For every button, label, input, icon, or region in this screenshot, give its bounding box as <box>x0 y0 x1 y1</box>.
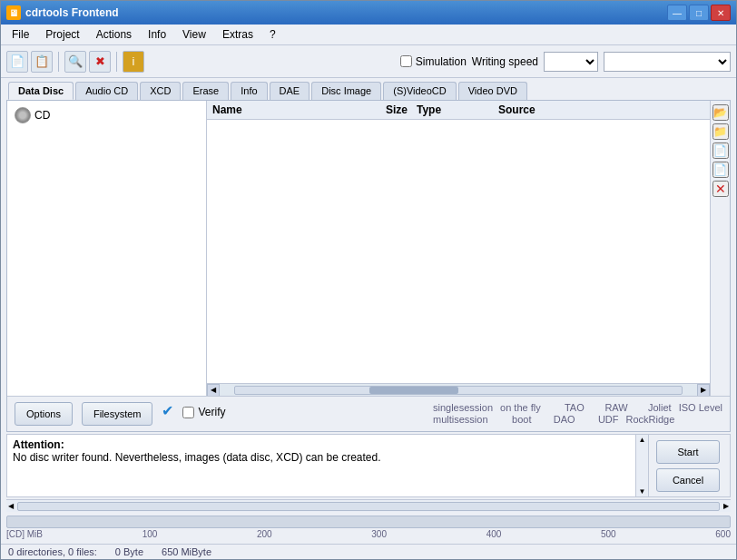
side-btn-delete[interactable]: ✕ <box>712 181 729 197</box>
h-scroll-right[interactable]: ▶ <box>722 502 731 510</box>
bottom-options: Options Filesystem ✔ Verify singlesessio… <box>7 396 730 431</box>
tree-item-cd-label: CD <box>34 109 50 122</box>
filesystem-button[interactable]: Filesystem <box>82 402 153 426</box>
ruler-mark-0: [CD] MiB <box>6 529 43 539</box>
tab-dae[interactable]: DAE <box>270 82 310 100</box>
status-size: 0 Byte <box>115 546 143 557</box>
h-scrollbar-area[interactable]: ◀ ▶ <box>6 499 731 512</box>
scrollbar-track[interactable] <box>234 386 683 395</box>
col-name: Name <box>212 103 358 116</box>
tab-data-disc[interactable]: Data Disc <box>8 82 74 100</box>
cd-icon <box>15 107 31 123</box>
title-controls[interactable]: — □ ✕ <box>667 5 731 21</box>
tab-audio-cd[interactable]: Audio CD <box>75 82 138 100</box>
side-btn-folder-open[interactable]: 📂 <box>712 104 729 121</box>
start-button[interactable]: Start <box>656 440 720 464</box>
menu-view[interactable]: View <box>175 26 213 43</box>
bottom-area: Attention: No disc writer found. Neverth… <box>6 434 731 497</box>
ruler-mark-500: 500 <box>601 529 616 539</box>
menu-project[interactable]: Project <box>38 26 86 43</box>
attention-text: Attention: No disc writer found. Neverth… <box>7 435 635 496</box>
info-joliet: Joliet <box>635 402 672 413</box>
menu-file[interactable]: File <box>5 26 36 43</box>
info-iso-level: ISO Level <box>679 402 722 413</box>
h-scrollbar-track[interactable] <box>17 502 720 511</box>
info-raw: RAW <box>592 402 628 413</box>
scrollbar-thumb[interactable] <box>369 387 458 394</box>
disc-info: singlesession on the fly TAO RAW Joliet … <box>433 402 722 425</box>
right-panel: Name Size Type Source ◀ ▶ <box>207 101 710 396</box>
attention-scroll-down[interactable]: ▼ <box>639 487 646 496</box>
menu-extras[interactable]: Extras <box>215 26 260 43</box>
close-button[interactable]: ✕ <box>711 5 731 21</box>
writing-speed-select1[interactable] <box>544 52 598 72</box>
ruler-mark-300: 300 <box>371 529 387 539</box>
h-scroll-left[interactable]: ◀ <box>6 502 15 510</box>
info-on-the-fly: on the fly <box>500 402 541 413</box>
toolbar-copy-btn[interactable]: 📋 <box>31 51 53 73</box>
scroll-right-arrow[interactable]: ▶ <box>697 384 710 397</box>
toolbar-stop-btn[interactable]: ✖ <box>89 51 111 73</box>
attention-title: Attention: <box>13 438 630 451</box>
title-bar: 🖥 cdrtools Frontend — □ ✕ <box>1 1 736 25</box>
cancel-button[interactable]: Cancel <box>656 468 720 492</box>
info-singlesession: singlesession <box>433 402 493 413</box>
tree-item-cd[interactable]: CD <box>11 104 202 126</box>
tab-xcd[interactable]: XCD <box>140 82 181 100</box>
app-icon: 🖥 <box>6 5 21 20</box>
attention-area: Attention: No disc writer found. Neverth… <box>6 434 649 497</box>
tabs-bar: Data Disc Audio CD XCD Erase Info DAE Di… <box>1 78 736 100</box>
minimize-button[interactable]: — <box>667 5 687 21</box>
tab-disc-image[interactable]: Disc Image <box>311 82 381 100</box>
verify-check: Verify <box>182 402 225 418</box>
disc-info-row2: multisession boot DAO UDF RockRidge <box>433 414 722 425</box>
ruler: [CD] MiB 100 200 300 400 500 600 <box>6 528 731 540</box>
tab-video-dvd[interactable]: Video DVD <box>458 82 527 100</box>
attention-scroll-up[interactable]: ▲ <box>639 436 646 444</box>
maximize-button[interactable]: □ <box>689 5 709 21</box>
side-btn-file-remove[interactable]: 📄 <box>712 162 729 178</box>
main-window: 🖥 cdrtools Frontend — □ ✕ File Project A… <box>0 0 737 560</box>
tab-erase[interactable]: Erase <box>182 82 229 100</box>
side-btn-file-add[interactable]: 📄 <box>712 142 729 159</box>
ruler-mark-400: 400 <box>486 529 502 539</box>
tab-info[interactable]: Info <box>231 82 267 100</box>
info-empty <box>682 414 718 425</box>
menu-info[interactable]: Info <box>141 26 173 43</box>
verify-checkbox[interactable] <box>182 407 194 418</box>
ruler-mark-100: 100 <box>142 529 158 539</box>
side-buttons: 📂 📁 📄 📄 ✕ <box>710 101 730 396</box>
toolbar-search-btn[interactable]: 🔍 <box>64 51 86 73</box>
toolbar-right: Simulation Writing speed <box>400 52 731 72</box>
attention-message: No disc writer found. Nevertheless, imag… <box>13 451 630 464</box>
menu-actions[interactable]: Actions <box>89 26 139 43</box>
writing-speed-select2[interactable] <box>604 52 731 72</box>
col-type: Type <box>408 103 489 116</box>
side-btn-folder-add[interactable]: 📁 <box>712 123 729 140</box>
menu-help[interactable]: ? <box>262 26 283 43</box>
info-dao: DAO <box>539 414 575 425</box>
options-button[interactable]: Options <box>15 402 73 426</box>
action-panel: Start Cancel <box>649 434 731 497</box>
content-area: CD Name Size Type Source ◀ ▶ <box>7 101 730 396</box>
scroll-left-arrow[interactable]: ◀ <box>207 384 220 397</box>
info-rockridge: RockRidge <box>626 414 675 425</box>
file-list-body[interactable] <box>207 120 710 383</box>
disc-info-row1: singlesession on the fly TAO RAW Joliet … <box>433 402 722 413</box>
info-tao: TAO <box>548 402 585 413</box>
toolbar-sep2 <box>116 52 117 72</box>
progress-area: [CD] MiB 100 200 300 400 500 600 <box>6 516 731 540</box>
col-source: Source <box>489 103 704 116</box>
toolbar-new-btn[interactable]: 📄 <box>6 51 28 73</box>
toolbar-info-btn[interactable]: i <box>123 51 144 73</box>
info-udf: UDF <box>583 414 619 425</box>
left-panel: CD <box>7 101 207 396</box>
simulation-checkbox[interactable] <box>400 55 412 67</box>
tab-svideocd[interactable]: (S)VideoCD <box>383 82 457 100</box>
verify-label: Verify <box>198 406 225 418</box>
writing-speed-label: Writing speed <box>472 55 538 68</box>
info-multisession: multisession <box>433 414 488 425</box>
horizontal-scrollbar[interactable]: ◀ ▶ <box>207 383 710 396</box>
window-title: cdrtools Frontend <box>25 6 119 19</box>
status-dirs: 0 directories, 0 files: <box>8 546 97 557</box>
